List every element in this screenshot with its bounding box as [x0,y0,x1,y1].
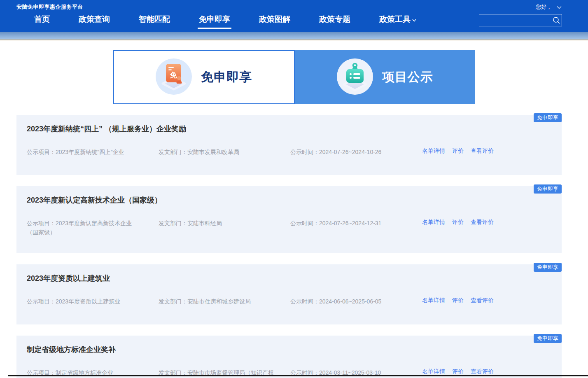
section-tabs: 免 免申即享 [113,50,475,104]
list-item: 免申即享 2023年度新认定高新技术企业（国家级） 公示项目：2023年度新认定… [16,186,562,253]
header: 安陆免申即享惠企服务平台 您好， 首页 政策查询 智能匹配 免申即享 政策图解 … [0,0,588,32]
card-title: 制定省级地方标准企业奖补 [27,345,562,355]
search-icon[interactable] [551,16,562,24]
nav-item-policy-tools[interactable]: 政策工具 [379,14,416,29]
nav-item-smart-match[interactable]: 智能匹配 [139,14,170,29]
list-detail-link[interactable]: 名单详情 [422,368,445,376]
project-board-icon [337,58,373,96]
view-evaluation-link[interactable]: 查看评价 [471,297,494,304]
evaluate-link[interactable]: 评价 [452,147,464,155]
search-input[interactable] [479,17,551,23]
time-field: 公示时间：2024-06-06~2025-06-05 [290,297,422,306]
window-edge-line [8,375,588,376]
card-actions: 名单详情 评价 查看评价 [422,297,494,306]
publicity-list: 免申即享 2023年度新纳统“四上” （规上服务业）企业奖励 公示项目：2023… [16,115,562,378]
card-title: 2023年度新认定高新技术企业（国家级） [27,195,562,205]
card-title: 2023年度资质以上建筑业 [27,273,562,283]
dept-field: 发文部门：安陆市科经局 [159,219,290,237]
list-item: 免申即享 2023年度新纳统“四上” （规上服务业）企业奖励 公示项目：2023… [16,115,562,175]
search-box [479,14,562,26]
nav-item-policy-graphics[interactable]: 政策图解 [259,14,290,29]
main-nav: 首页 政策查询 智能匹配 免申即享 政策图解 政策专题 政策工具 [0,11,588,29]
view-evaluation-link[interactable]: 查看评价 [471,219,494,226]
page: 安陆免申即享惠企服务平台 您好， 首页 政策查询 智能匹配 免申即享 政策图解 … [0,0,588,378]
evaluate-link[interactable]: 评价 [452,219,464,226]
exempt-document-icon: 免 [156,58,192,96]
view-evaluation-link[interactable]: 查看评价 [471,147,494,155]
tab-publicity-label: 项目公示 [382,69,433,86]
exempt-badge: 免申即享 [534,334,562,343]
nav-item-policy-topics[interactable]: 政策专题 [319,14,350,29]
card-title: 2023年度新纳统“四上” （规上服务业）企业奖励 [27,124,562,134]
list-detail-link[interactable]: 名单详情 [422,297,445,304]
publicity-card: 制定省级地方标准企业奖补 公示项目：制定省级地方标准企业 发文部门：安陆市市场监… [16,336,562,378]
greeting-text: 您好， [536,3,552,11]
publicity-card: 2023年度新纳统“四上” （规上服务业）企业奖励 公示项目：2023年度新纳统… [16,115,562,175]
dept-field: 发文部门：安陆市住房和城乡建设局 [159,297,290,306]
tab-exempt-label: 免申即享 [201,69,252,86]
time-field: 公示时间：2024-03-11~2025-03-10 [290,368,422,378]
project-field: 公示项目：2023年度新纳统“四上”企业 [27,147,159,156]
site-title: 安陆免申即享惠企服务平台 [16,3,83,11]
exempt-badge: 免申即享 [534,184,562,194]
card-actions: 名单详情 评价 查看评价 [422,368,494,378]
chevron-down-icon [557,4,562,10]
dept-field: 发文部门：安陆市市场监督管理局（知识产权局） [159,368,290,378]
nav-item-home[interactable]: 首页 [34,14,50,29]
svg-text:免: 免 [170,71,177,79]
nav-item-policy-search[interactable]: 政策查询 [79,14,110,29]
project-field: 公示项目：2023年度新认定高新技术企业（国家级） [27,219,159,237]
nav-item-exempt-enjoy[interactable]: 免申即享 [199,14,230,29]
publicity-card: 2023年度资质以上建筑业 公示项目：2023年度资质以上建筑业 发文部门：安陆… [16,264,562,324]
exempt-badge: 免申即享 [534,113,562,122]
project-field: 公示项目：2023年度资质以上建筑业 [27,297,159,306]
tab-project-publicity[interactable]: 项目公示 [295,50,475,104]
list-detail-link[interactable]: 名单详情 [422,219,445,226]
view-evaluation-link[interactable]: 查看评价 [471,368,494,376]
evaluate-link[interactable]: 评价 [452,368,464,376]
card-actions: 名单详情 评价 查看评价 [422,219,494,237]
time-field: 公示时间：2024-07-26~2024-10-26 [290,147,422,156]
list-item: 免申即享 制定省级地方标准企业奖补 公示项目：制定省级地方标准企业 发文部门：安… [16,336,562,378]
project-field: 公示项目：制定省级地方标准企业 [27,368,159,378]
banner-strip [0,32,588,40]
card-actions: 名单详情 评价 查看评价 [422,147,494,156]
time-field: 公示时间：2024-07-26~2024-12-31 [290,219,422,237]
publicity-card: 2023年度新认定高新技术企业（国家级） 公示项目：2023年度新认定高新技术企… [16,186,562,253]
dept-field: 发文部门：安陆市发展和改革局 [159,147,290,156]
list-detail-link[interactable]: 名单详情 [422,147,445,155]
list-item: 免申即享 2023年度资质以上建筑业 公示项目：2023年度资质以上建筑业 发文… [16,264,562,324]
user-menu[interactable]: 您好， [536,3,562,11]
evaluate-link[interactable]: 评价 [452,297,464,304]
exempt-badge: 免申即享 [534,263,562,272]
tab-exempt-enjoy[interactable]: 免 免申即享 [113,50,295,104]
chevron-down-icon [412,15,416,24]
